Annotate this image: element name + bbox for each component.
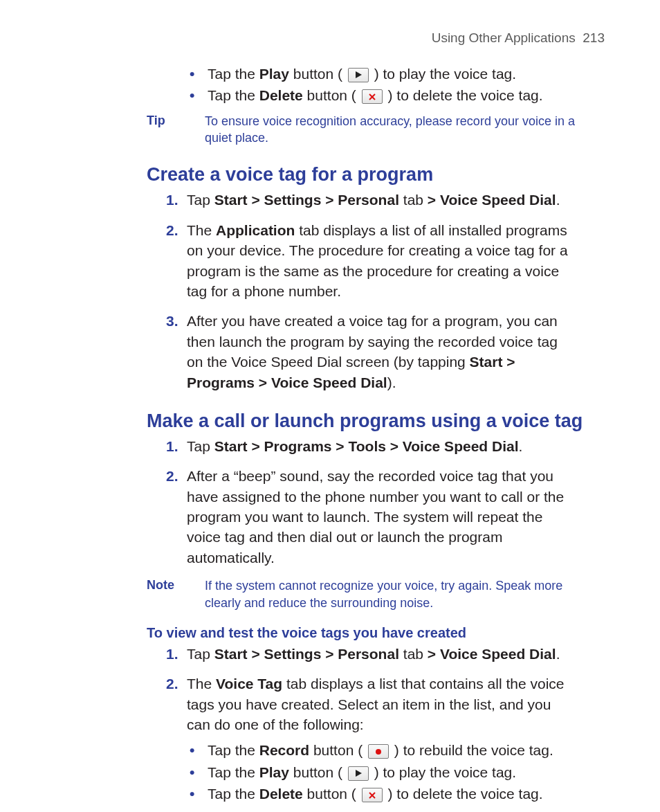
list-item: Tap the Play button ( ) to play the voic… (190, 64, 618, 84)
view-test-list: Tap Start > Settings > Personal tab > Vo… (42, 644, 618, 804)
section-heading-create: Create a voice tag for a program (42, 164, 618, 186)
svg-marker-0 (356, 71, 362, 78)
record-icon (368, 744, 389, 759)
document-page: Using Other Applications 213 Tap the Pla… (0, 0, 660, 812)
tip-text: To ensure voice recognition accuracy, pl… (205, 113, 618, 147)
list-item: Tap Start > Settings > Personal tab > Vo… (169, 190, 577, 210)
list-item: Tap the Record button ( ) to rebuild the… (190, 740, 577, 760)
running-header: Using Other Applications 213 (42, 30, 618, 46)
list-item: After a “beep” sound, say the recorded v… (169, 466, 577, 568)
section-name: Using Other Applications (432, 30, 576, 45)
list-item: After you have created a voice tag for a… (169, 311, 577, 393)
svg-marker-4 (356, 770, 362, 777)
intro-bullet-list: Tap the Play button ( ) to play the voic… (42, 64, 618, 106)
play-icon (348, 68, 369, 82)
list-item: The Application tab displays a list of a… (169, 220, 577, 302)
list-item: Tap the Play button ( ) to play the voic… (190, 762, 577, 782)
note-label: Note (147, 577, 205, 611)
svg-point-3 (376, 749, 381, 755)
note-block: Note If the system cannot recognize your… (42, 577, 618, 611)
create-list: Tap Start > Settings > Personal tab > Vo… (42, 190, 618, 393)
list-item: Tap the Delete button ( ) to delete the … (190, 784, 577, 804)
tip-label: Tip (147, 113, 205, 147)
note-text: If the system cannot recognize your voic… (205, 577, 618, 611)
subheading-view-test: To view and test the voice tags you have… (42, 625, 618, 641)
list-item: The Voice Tag tab displays a list that c… (169, 674, 577, 804)
tip-block: Tip To ensure voice recognition accuracy… (42, 113, 618, 147)
sub-bullet-list: Tap the Record button ( ) to rebuild the… (187, 740, 577, 804)
list-item: Tap Start > Programs > Tools > Voice Spe… (169, 436, 577, 456)
list-item: Tap Start > Settings > Personal tab > Vo… (169, 644, 577, 664)
play-icon (348, 766, 369, 781)
list-item: Tap the Delete button ( ) to delete the … (190, 85, 618, 105)
delete-icon (362, 89, 383, 104)
page-number: 213 (583, 30, 605, 45)
section-heading-make-call: Make a call or launch programs using a v… (42, 410, 618, 432)
delete-icon (362, 788, 383, 802)
make-call-list: Tap Start > Programs > Tools > Voice Spe… (42, 436, 618, 568)
